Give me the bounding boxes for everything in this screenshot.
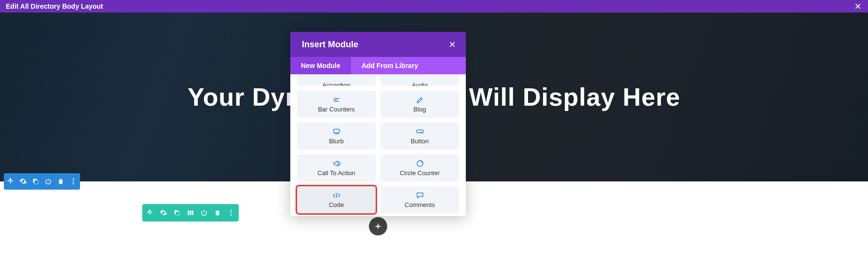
megaphone-icon [332,159,341,168]
add-module-button[interactable] [369,217,387,235]
tab-new-module[interactable]: New Module [290,57,351,74]
close-icon[interactable] [854,2,862,11]
more-icon[interactable] [69,178,77,185]
module-list[interactable]: Accordion Audio Bar Counters Blog Blurb … [290,74,466,216]
module-label: Call To Action [317,169,355,177]
module-card-blog[interactable]: Blog [380,91,459,118]
section-toolbar [4,173,80,190]
blurb-icon [332,127,341,136]
svg-point-12 [231,214,232,216]
module-label: Accordion [323,82,351,86]
module-card-comments[interactable]: Comments [380,186,459,213]
move-icon[interactable] [146,209,154,217]
module-label: Button [411,138,429,145]
bars-icon [332,96,341,104]
duplicate-icon[interactable] [32,178,40,185]
svg-rect-1 [34,180,38,184]
module-card-accordion[interactable]: Accordion [297,74,376,86]
module-card-circle-counter[interactable]: Circle Counter [380,154,459,181]
modal-tabs: New Module Add From Library [290,57,466,74]
more-icon[interactable] [227,209,235,217]
page-header-bar: Edit All Directory Body Layout [0,0,868,13]
module-card-bar-counters[interactable]: Bar Counters [297,91,376,118]
svg-point-3 [73,181,74,182]
svg-point-4 [73,183,74,184]
trash-icon[interactable] [214,209,221,217]
close-icon[interactable] [448,40,457,49]
svg-rect-6 [176,211,179,215]
module-label: Bar Counters [318,106,355,113]
tab-label: Add From Library [362,62,418,69]
module-label: Blurb [329,138,343,145]
module-card-button[interactable]: Button [380,123,459,150]
svg-rect-7 [188,210,189,215]
gear-icon[interactable] [19,178,27,185]
pencil-icon [415,96,425,104]
svg-point-11 [231,212,232,214]
move-icon[interactable] [7,178,14,185]
module-label: Comments [405,201,435,208]
svg-rect-8 [190,210,191,215]
module-card-call-to-action[interactable]: Call To Action [297,154,376,181]
trash-icon[interactable] [57,178,65,185]
tab-label: New Module [301,62,340,69]
comments-icon [415,191,425,200]
svg-rect-13 [334,129,339,133]
page-title: Edit All Directory Body Layout [6,2,103,10]
button-icon [415,127,425,136]
module-label: Code [329,201,344,208]
svg-point-10 [231,210,232,211]
svg-rect-14 [417,130,423,133]
module-label: Audio [412,82,428,86]
circle-counter-icon [415,159,425,168]
columns-icon[interactable] [187,209,194,217]
module-label: Blog [413,106,426,113]
modal-title: Insert Module [302,40,358,50]
svg-point-2 [73,179,74,180]
gear-icon[interactable] [160,209,167,217]
power-icon[interactable] [44,178,52,185]
row-toolbar [142,204,239,221]
duplicate-icon[interactable] [173,209,181,217]
power-icon[interactable] [200,209,208,217]
tab-add-from-library[interactable]: Add From Library [351,57,429,74]
modal-header: Insert Module [290,32,466,57]
module-card-blurb[interactable]: Blurb [297,123,376,150]
module-card-audio[interactable]: Audio [380,74,459,86]
module-label: Circle Counter [400,169,440,177]
insert-module-modal: Insert Module New Module Add From Librar… [290,32,466,216]
code-icon [332,191,341,200]
svg-rect-9 [192,210,193,215]
module-card-code[interactable]: Code [297,186,376,213]
